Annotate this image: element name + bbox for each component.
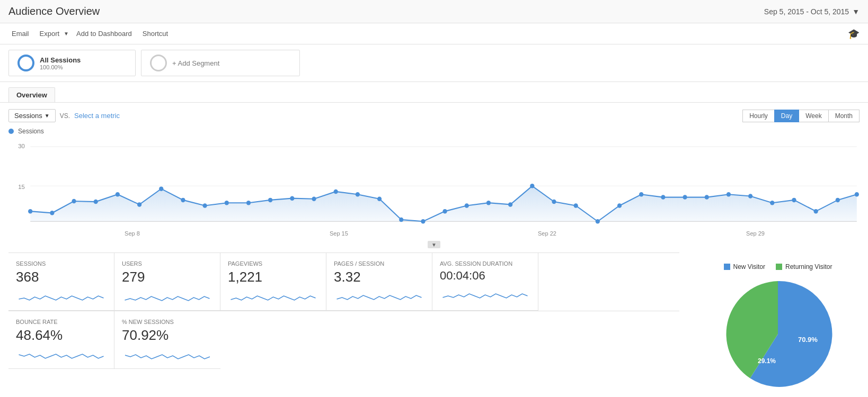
svg-point-38 bbox=[727, 192, 731, 197]
metric-label-sessions: Sessions bbox=[16, 260, 107, 267]
metrics-grid-row2: Bounce Rate 48.64% % New Sessions 70.92% bbox=[8, 311, 679, 369]
add-segment-circle bbox=[150, 55, 167, 71]
graduation-cap-icon: 🎓 bbox=[848, 28, 860, 40]
segment-circle bbox=[17, 55, 34, 71]
svg-point-27 bbox=[486, 201, 491, 205]
chevron-down-icon[interactable]: ▼ bbox=[852, 7, 860, 16]
svg-point-25 bbox=[442, 209, 447, 214]
returning-visitor-dot bbox=[776, 264, 782, 270]
time-btn-week[interactable]: Week bbox=[799, 110, 828, 122]
segments-bar: All Sessions 100.00% + Add Segment bbox=[0, 44, 868, 82]
metric-chevron-icon: ▼ bbox=[45, 113, 50, 119]
add-segment-label: + Add Segment bbox=[172, 59, 219, 67]
time-btn-day[interactable]: Day bbox=[774, 110, 799, 122]
svg-point-12 bbox=[159, 186, 163, 191]
sessions-legend-label: Sessions bbox=[18, 128, 44, 135]
metric-card-avg-duration: Avg. Session Duration 00:04:06 bbox=[432, 253, 538, 311]
time-btn-hourly[interactable]: Hourly bbox=[742, 110, 775, 122]
metric-value-avg-duration: 00:04:06 bbox=[440, 269, 530, 283]
sparkline-pages-session bbox=[334, 288, 424, 304]
svg-point-11 bbox=[137, 202, 141, 207]
scroll-indicator: ▼ bbox=[8, 239, 860, 252]
sparkline-new-sessions bbox=[122, 347, 213, 363]
segment-info: All Sessions 100.00% bbox=[40, 56, 81, 70]
metric-selector: Sessions ▼ VS. Select a metric bbox=[8, 109, 120, 122]
export-button[interactable]: Export bbox=[37, 28, 63, 40]
chart-x-labels: Sep 8 Sep 15 Sep 22 Sep 29 bbox=[8, 228, 860, 239]
svg-point-17 bbox=[268, 198, 272, 203]
tab-bar: Overview bbox=[0, 82, 868, 102]
sparkline-pageviews bbox=[228, 288, 318, 304]
pie-area: New Visitor Returning Visitor 70.9% 29.1… bbox=[688, 252, 868, 397]
date-range: Sep 5, 2015 - Oct 5, 2015 ▼ bbox=[764, 7, 860, 16]
svg-point-16 bbox=[246, 201, 251, 205]
metric-card-pages-per-session: Pages / Session 3.32 bbox=[326, 253, 432, 311]
returning-visitor-label: Returning Visitor bbox=[785, 263, 832, 270]
metric-value-pages-per-session: 3.32 bbox=[334, 269, 424, 285]
sessions-metric-button[interactable]: Sessions ▼ bbox=[8, 109, 56, 122]
svg-point-41 bbox=[792, 198, 796, 203]
svg-text:29.1%: 29.1% bbox=[758, 357, 776, 365]
metric-value-bounce-rate: 48.64% bbox=[16, 327, 107, 344]
chart-legend: Sessions bbox=[8, 128, 860, 135]
metric-value-pageviews: 1,221 bbox=[228, 269, 318, 285]
metric-label-new-sessions: % New Sessions bbox=[122, 319, 213, 325]
export-container: Export ▼ bbox=[37, 28, 69, 40]
export-chevron-icon[interactable]: ▼ bbox=[64, 31, 69, 37]
svg-text:30: 30 bbox=[18, 143, 25, 149]
time-buttons: Hourly Day Week Month bbox=[743, 110, 860, 122]
svg-point-9 bbox=[94, 200, 98, 204]
svg-point-21 bbox=[356, 192, 360, 197]
x-label-sep22: Sep 22 bbox=[538, 230, 556, 237]
add-to-dashboard-button[interactable]: Add to Dashboard bbox=[73, 28, 135, 40]
x-label-sep8: Sep 8 bbox=[125, 230, 140, 237]
svg-point-10 bbox=[116, 192, 120, 197]
svg-point-43 bbox=[836, 198, 840, 203]
segment-pct: 100.00% bbox=[40, 64, 81, 70]
svg-point-31 bbox=[574, 203, 578, 208]
metric-card-pageviews: Pageviews 1,221 bbox=[220, 253, 326, 311]
svg-point-32 bbox=[596, 219, 600, 224]
svg-point-20 bbox=[334, 190, 338, 194]
metric-card-new-sessions: % New Sessions 70.92% bbox=[114, 311, 220, 369]
svg-point-35 bbox=[661, 195, 665, 200]
top-bar: Audience Overview Sep 5, 2015 - Oct 5, 2… bbox=[0, 0, 868, 23]
metric-value-users: 279 bbox=[122, 269, 212, 285]
legend-new-visitor: New Visitor bbox=[724, 263, 765, 270]
sparkline-avg-duration bbox=[440, 286, 530, 302]
svg-point-13 bbox=[181, 198, 185, 203]
x-label-sep15: Sep 15 bbox=[330, 230, 348, 237]
pie-chart: 70.9% 29.1% bbox=[720, 276, 836, 392]
svg-point-37 bbox=[705, 195, 709, 200]
time-btn-month[interactable]: Month bbox=[828, 110, 860, 122]
page-title: Audience Overview bbox=[8, 5, 100, 17]
chart-controls: Sessions ▼ VS. Select a metric Hourly Da… bbox=[8, 109, 860, 122]
svg-point-7 bbox=[50, 211, 54, 215]
tab-overview[interactable]: Overview bbox=[8, 87, 55, 102]
metrics-grid: Sessions 368 Users 279 Pageviews 1,221 bbox=[8, 252, 679, 311]
metric-label-pageviews: Pageviews bbox=[228, 260, 318, 267]
metric-label-avg-duration: Avg. Session Duration bbox=[440, 260, 530, 267]
x-label-sep29: Sep 29 bbox=[746, 230, 765, 237]
add-segment-pill[interactable]: + Add Segment bbox=[141, 50, 300, 76]
sessions-legend-dot bbox=[8, 129, 14, 134]
svg-point-29 bbox=[530, 184, 534, 188]
metric-card-users: Users 279 bbox=[114, 253, 220, 311]
metric-label-pages-per-session: Pages / Session bbox=[334, 260, 424, 267]
email-button[interactable]: Email bbox=[8, 28, 32, 40]
svg-point-18 bbox=[290, 196, 294, 201]
select-metric-link[interactable]: Select a metric bbox=[74, 112, 120, 120]
all-sessions-segment[interactable]: All Sessions 100.00% bbox=[8, 50, 136, 76]
scroll-arrow[interactable]: ▼ bbox=[428, 241, 440, 248]
pie-legend: New Visitor Returning Visitor bbox=[724, 263, 832, 270]
chart-container: 30 15 bbox=[8, 138, 860, 228]
svg-point-33 bbox=[617, 203, 622, 208]
svg-text:15: 15 bbox=[18, 183, 25, 190]
svg-point-26 bbox=[465, 203, 469, 208]
metric-label-bounce-rate: Bounce Rate bbox=[16, 319, 107, 325]
new-visitor-label: New Visitor bbox=[733, 263, 765, 270]
sparkline-sessions bbox=[16, 288, 107, 304]
metric-card-bounce-rate: Bounce Rate 48.64% bbox=[8, 311, 114, 369]
shortcut-button[interactable]: Shortcut bbox=[139, 28, 171, 40]
svg-point-36 bbox=[683, 195, 687, 200]
